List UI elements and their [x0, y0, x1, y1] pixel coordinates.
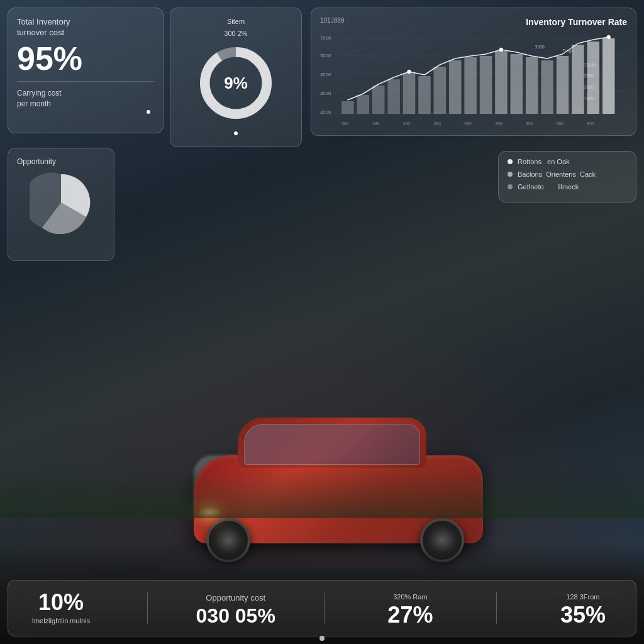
chart-svg: 7000 3000 3500 3000 2000 — [320, 32, 627, 126]
svg-text:3000: 3000 — [320, 91, 331, 96]
bottom-stat-1-label: Imelzlightlin mulnis — [32, 616, 90, 625]
svg-point-33 — [607, 35, 611, 39]
bottom-stat-1: 10% Imelzlightlin mulnis — [23, 591, 99, 625]
bottom-divider-1 — [147, 592, 148, 624]
legend-dot-3 — [508, 184, 513, 189]
bottom-stat-4-label: 128 3From — [566, 592, 599, 601]
chart-title: Inventory Turnover Rate — [526, 17, 627, 27]
bottom-stat-3-value: 27% — [387, 604, 433, 626]
overlay: Total Inventory turnover cost 95% Carryi… — [0, 0, 644, 644]
svg-rect-28 — [572, 45, 584, 114]
svg-rect-15 — [372, 86, 385, 114]
panel-top-left: Total Inventory turnover cost 95% Carryi… — [8, 8, 164, 133]
legend-item-1: Rottons en Oak — [508, 158, 627, 165]
divider-line — [17, 81, 154, 82]
carrying-cost-label: Carrying costper month — [17, 88, 154, 109]
legend-label-2: Baclons Orientens Cack — [518, 170, 596, 178]
svg-text:890: 890 — [557, 121, 564, 126]
svg-text:390: 390 — [403, 121, 411, 126]
svg-text:856: 856 — [587, 121, 595, 126]
bottom-stat-3-label: 320% Ram — [393, 592, 427, 601]
bottom-stat-2-value: 030 05% — [196, 606, 275, 626]
svg-text:3036: 3036 — [535, 45, 545, 49]
svg-rect-30 — [602, 38, 615, 114]
svg-rect-22 — [480, 56, 492, 114]
legend-label-3: Getlneto Illmeck — [518, 183, 579, 191]
bottom-stat-2-label: Opportunity cost — [206, 593, 265, 604]
legend-dot-1 — [508, 159, 513, 164]
svg-text:T3350: T3350 — [584, 63, 597, 67]
bottom-panel-dot — [319, 636, 325, 641]
legend-dot-2 — [508, 172, 513, 177]
svg-point-32 — [499, 48, 503, 52]
svg-rect-16 — [387, 79, 400, 114]
svg-text:390: 390 — [495, 121, 502, 126]
panel-chart: 101J889 Inventory Turnover Rate 7000 300… — [311, 8, 636, 136]
legend-item-3: Getlneto Illmeck — [508, 183, 627, 191]
svg-text:2000: 2000 — [584, 74, 594, 78]
svg-text:7000: 7000 — [320, 35, 331, 41]
svg-rect-14 — [357, 95, 370, 114]
svg-rect-19 — [434, 67, 447, 114]
pie-svg — [30, 171, 92, 234]
total-inventory-label: Total Inventory turnover cost — [17, 17, 154, 38]
inventory-turnover-percent: 95% — [17, 42, 154, 75]
donut-dot — [234, 131, 238, 135]
chart-header: 101J889 Inventory Turnover Rate — [320, 17, 627, 27]
svg-rect-23 — [495, 51, 508, 114]
donut-badge: 300 2% — [224, 30, 247, 37]
svg-rect-27 — [557, 56, 569, 114]
svg-rect-20 — [449, 60, 462, 114]
bottom-divider-3 — [496, 592, 497, 624]
svg-text:3000: 3000 — [584, 85, 594, 89]
svg-rect-21 — [464, 57, 477, 114]
svg-text:Trago: Trago — [563, 48, 574, 53]
svg-rect-25 — [526, 57, 538, 114]
bottom-stat-1-value: 10% — [38, 591, 84, 614]
donut-center-percent: 9% — [224, 74, 248, 93]
svg-rect-18 — [418, 76, 431, 114]
bottom-stat-3: 320% Ram 27% — [372, 590, 448, 626]
svg-text:390: 390 — [526, 121, 533, 126]
svg-text:3000: 3000 — [320, 53, 331, 58]
svg-text:3500: 3500 — [320, 72, 331, 77]
svg-rect-13 — [341, 101, 354, 114]
bottom-stat-2: Opportunity cost 030 05% — [196, 591, 275, 626]
bottom-divider-2 — [324, 592, 325, 624]
svg-text:380: 380 — [341, 121, 349, 126]
svg-text:390: 390 — [464, 121, 472, 126]
legend-label-1: Rottons en Oak — [518, 158, 570, 165]
panel-legend: Rottons en Oak Baclons Orientens Cack Ge… — [498, 151, 636, 203]
bottom-stat-4: 128 3From 35% — [545, 590, 621, 626]
panel-bottom: 10% Imelzlightlin mulnis Opportunity cos… — [8, 580, 636, 636]
pie-label: Opportunity — [17, 157, 105, 166]
indicator-dot — [147, 110, 150, 114]
panel-donut: Sitem 300 2% 9% — [170, 8, 302, 147]
svg-rect-17 — [403, 73, 416, 114]
svg-rect-24 — [511, 54, 523, 114]
svg-point-31 — [408, 70, 411, 74]
donut-panel-label: Sitem — [227, 17, 245, 26]
svg-text:7000: 7000 — [584, 96, 594, 101]
svg-text:2000: 2000 — [320, 109, 331, 115]
chart-id: 101J889 — [320, 17, 344, 24]
pie-chart — [30, 171, 92, 234]
svg-text:380: 380 — [372, 121, 380, 126]
chart-area: 7000 3000 3500 3000 2000 — [320, 32, 627, 126]
donut-center: 9% — [224, 74, 248, 93]
svg-rect-26 — [541, 60, 553, 114]
panel-pie: Opportunity — [8, 148, 114, 261]
donut-chart: 9% — [195, 42, 277, 124]
bottom-stat-4-value: 35% — [560, 604, 606, 626]
legend-item-2: Baclons Orientens Cack — [508, 170, 627, 178]
svg-text:390: 390 — [434, 121, 441, 126]
